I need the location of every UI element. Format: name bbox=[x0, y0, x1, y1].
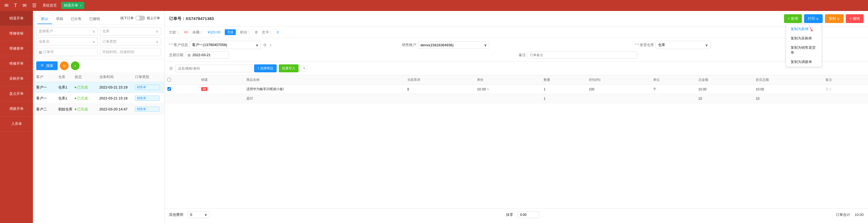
sales-return-tab[interactable]: 销退开单 × bbox=[61, 2, 84, 9]
sidebar-item-inventory[interactable]: 盘点开单 bbox=[0, 86, 33, 101]
tab-cancelled[interactable]: 已撤销 bbox=[85, 14, 104, 24]
sidebar-item-transfer[interactable]: 调拨开单 bbox=[0, 101, 33, 116]
discount-cell[interactable]: 100 bbox=[586, 85, 650, 94]
current-stock-cell: 8 bbox=[404, 85, 474, 94]
main-layout: 销退开单 维修收银 维修接单 维修开单 采购开单 盘点开单 调拨开单 入库单 默… bbox=[0, 11, 868, 223]
chevron-down-icon: ∨ bbox=[837, 17, 840, 21]
order-total-label: 订单合计 bbox=[836, 212, 850, 217]
chevron-down-icon: ∨ bbox=[256, 43, 258, 47]
select-product-button[interactable]: + 选择商品 bbox=[254, 64, 277, 72]
product-name-cell: 适用华为畅享20尾插小板/ bbox=[244, 85, 404, 94]
product-table-wrap: 销退 商品名称 当前库存 单价 数量 折扣(%) 单位 总金额 折后总额 备注 bbox=[165, 75, 868, 208]
tab-sold[interactable]: 已出售 bbox=[67, 14, 85, 24]
toggle-switch[interactable] bbox=[135, 15, 145, 21]
col-time: 业务时间 bbox=[99, 75, 135, 79]
table-row[interactable]: 客户一 仓库1 已完成 2022-03-21 15:18 销售单 bbox=[33, 93, 164, 104]
left-panel: 默认 草稿 已出售 已撤销 线下订单 线上订单 选择客户 ∨ bbox=[33, 11, 165, 223]
date-range-input[interactable]: 开始时间 - 结束时间 bbox=[100, 48, 161, 56]
sidebar-item-purchase-order[interactable]: 采购开单 bbox=[0, 71, 33, 86]
erasure-input[interactable] bbox=[518, 212, 539, 218]
sales-account-input[interactable]: demo(15816364936) ∨ bbox=[418, 41, 489, 49]
add-customer-btn[interactable]: + bbox=[269, 43, 272, 47]
transaction-date-input[interactable]: ▦ 2022-03-21 bbox=[185, 51, 229, 59]
delete-button[interactable]: × 撤销 bbox=[846, 14, 864, 23]
total-amount-cell: 10.00 bbox=[696, 85, 753, 94]
unit-cell: 个 bbox=[650, 85, 696, 94]
sidebar-item-warehouse-in[interactable]: 入库单 bbox=[0, 116, 33, 132]
card-label: 次卡： bbox=[262, 30, 273, 35]
warehouse-label: * 发货仓库 bbox=[635, 42, 654, 47]
row-checkbox[interactable] bbox=[165, 85, 198, 94]
summary-row: 总计 1 10 10 bbox=[165, 94, 868, 103]
summary-quantity: 1 bbox=[541, 94, 586, 103]
settings-icon-btn[interactable]: ⚙ bbox=[262, 43, 267, 47]
batch-import-button[interactable]: 批量导入 bbox=[279, 64, 299, 72]
warehouse-select[interactable]: 仓库 ∨ bbox=[100, 27, 161, 35]
order-type-tag: 销售单 bbox=[135, 96, 160, 101]
status-badge: 已完成 bbox=[75, 85, 99, 90]
tab-draft[interactable]: 草稿 bbox=[52, 14, 67, 24]
transaction-date-field: 交易日期 ▦ 2022-03-21 bbox=[169, 51, 514, 59]
chevron-down-icon: ∨ bbox=[156, 29, 159, 33]
other-cost-label: 其他费用 bbox=[169, 212, 183, 217]
tab-default[interactable]: 默认 bbox=[37, 14, 52, 24]
product-row[interactable]: 销 适用华为畅享20尾插小板/ 8 10.00 ✎ 1 100 个 10.00 … bbox=[165, 85, 868, 94]
remark-input[interactable] bbox=[527, 51, 637, 59]
order-no-input[interactable]: ▦ 订单号 bbox=[36, 48, 98, 56]
copy-button[interactable]: 复制 ∨ bbox=[825, 14, 844, 23]
refresh-button[interactable]: ↻ bbox=[60, 61, 69, 70]
dropdown-item-copy-new[interactable]: 复制为新增 bbox=[786, 24, 822, 34]
sidebar-item-repair-intake[interactable]: 维修接单 bbox=[0, 41, 33, 56]
sidebar-item-repair-order[interactable]: 维修开单 bbox=[0, 56, 33, 71]
col-total-amount: 总金额 bbox=[696, 75, 753, 85]
quantity-cell[interactable]: 1 bbox=[541, 85, 586, 94]
table-row[interactable]: 客户二 初始仓库 已完成 2022-03-20 14:47 销售单 bbox=[33, 104, 164, 115]
sidebar-item-repair-cashier[interactable]: 维修收银 bbox=[0, 26, 33, 41]
add-product-circle[interactable]: + bbox=[301, 65, 307, 72]
print-button[interactable]: 打印 ∨ bbox=[804, 14, 823, 23]
tab-close[interactable]: × bbox=[80, 4, 82, 7]
copy-wrapper: 复制 ∨ 复制为新增 复制为采购单 复制为销售退货单 复制为调拨单 ➘ bbox=[825, 14, 844, 23]
gear-icon[interactable]: ⚙ bbox=[169, 66, 173, 71]
warehouse-input[interactable]: 仓库 ∨ bbox=[656, 41, 711, 49]
filter-row-1: 选择客户 ∨ 仓库 ∨ bbox=[36, 27, 161, 35]
dropdown-item-copy-return[interactable]: 复制为销售退货单 bbox=[786, 43, 822, 57]
mail-icon[interactable]: ✉ bbox=[3, 2, 10, 8]
form-row-1: * 客户信息 客户一(13790407058) ∨ ⚙ + 销售账户 demo(… bbox=[169, 41, 864, 49]
unit-price-cell[interactable]: 10.00 ✎ bbox=[474, 85, 541, 94]
home-link[interactable]: 系统首页 bbox=[40, 3, 59, 8]
online-label: 线上订单 bbox=[147, 16, 160, 21]
chevron-down-icon: ∨ bbox=[92, 29, 95, 33]
right-actions: + 新增 打印 ∨ 复制 ∨ 复制为新增 复制为采购单 复制为销售退货单 bbox=[784, 14, 864, 23]
col-unit-price: 单价 bbox=[474, 75, 541, 85]
order-type-select[interactable]: 订单类型 ∨ bbox=[100, 38, 161, 46]
customer-select[interactable]: 选择客户 ∨ bbox=[36, 27, 98, 35]
charge-button[interactable]: 充值 bbox=[225, 29, 236, 35]
other-cost-input[interactable]: 0 ∨ bbox=[188, 211, 210, 218]
menu-icon[interactable]: ☰ bbox=[30, 2, 38, 8]
dropdown-item-copy-transfer[interactable]: 复制为调拨单 bbox=[786, 57, 822, 67]
dropdown-item-copy-purchase[interactable]: 复制为采购单 bbox=[786, 34, 822, 43]
info-section-balance: 欠款： ¥0 余额： ¥320.00 充值 积分： 0 次卡： 0 bbox=[165, 27, 868, 38]
edit-icon[interactable]: T bbox=[12, 3, 19, 8]
erasure-label: 抹零 bbox=[506, 212, 513, 217]
status-dot bbox=[75, 86, 76, 88]
new-button[interactable]: + 新增 bbox=[784, 14, 802, 23]
table-header: 客户 仓库 状态 业务时间 订单类型 bbox=[33, 72, 164, 82]
sidebar-item-sales-return[interactable]: 销退开单 bbox=[0, 11, 33, 26]
refresh-icon: ↻ bbox=[63, 64, 66, 68]
product-search-input[interactable] bbox=[175, 65, 252, 72]
bell-icon[interactable]: ✉ bbox=[21, 2, 28, 8]
summary-discounted: 10 bbox=[753, 94, 823, 103]
select-all-checkbox[interactable] bbox=[167, 78, 171, 81]
customer-input[interactable]: 客户一(13790407058) ∨ bbox=[190, 41, 261, 49]
remark-cell[interactable]: 备注 bbox=[823, 85, 868, 94]
col-return: 销退 bbox=[198, 75, 244, 85]
table-row[interactable]: 客户一 仓库1 已完成 2022-03-21 15:19 销售单 bbox=[33, 82, 164, 93]
staff-select[interactable]: 业务员 ∨ bbox=[36, 38, 98, 46]
sidebar: 销退开单 维修收银 维修接单 维修开单 采购开单 盘点开单 调拨开单 入库单 bbox=[0, 11, 33, 223]
sales-account-field: 销售账户 demo(15816364936) ∨ bbox=[402, 41, 631, 49]
search-button[interactable]: 🔍 搜索 bbox=[36, 61, 58, 70]
add-button[interactable]: + bbox=[71, 61, 80, 70]
transaction-date-label: 交易日期 bbox=[169, 52, 183, 58]
